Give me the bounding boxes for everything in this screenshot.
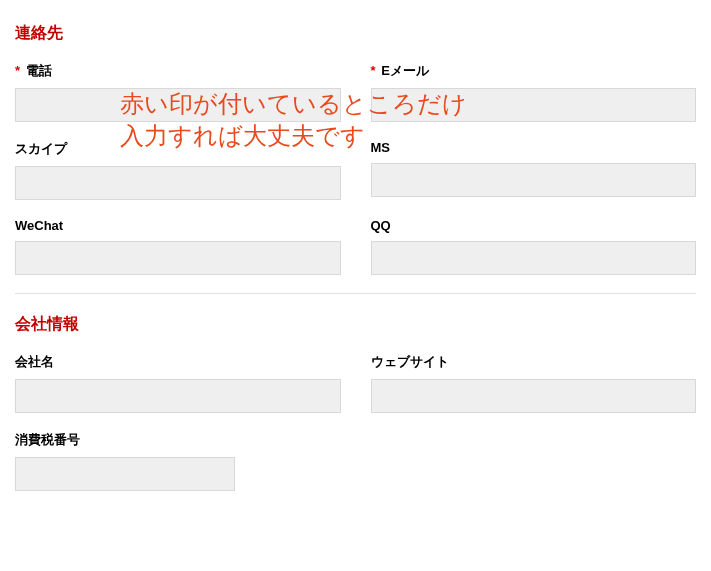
col-email: * Eメール [371,62,697,122]
company-name-input[interactable] [15,379,341,413]
email-label-text: Eメール [381,63,429,78]
row-company-website: 会社名 ウェブサイト [15,353,696,413]
required-marker-icon: * [371,63,376,78]
ms-label: MS [371,140,697,155]
company-name-label: 会社名 [15,353,341,371]
row-wechat-qq: WeChat QQ [15,218,696,275]
ms-input[interactable] [371,163,697,197]
row-tax: 消費税番号 [15,431,696,491]
section-divider [15,293,696,294]
contact-section-heading: 連絡先 [15,23,696,44]
qq-input[interactable] [371,241,697,275]
col-website: ウェブサイト [371,353,697,413]
col-company-name: 会社名 [15,353,341,413]
company-section-heading: 会社情報 [15,314,696,335]
skype-label: スカイプ [15,140,341,158]
col-qq: QQ [371,218,697,275]
qq-label: QQ [371,218,697,233]
skype-input[interactable] [15,166,341,200]
col-skype: スカイプ [15,140,341,200]
wechat-input[interactable] [15,241,341,275]
col-ms: MS [371,140,697,200]
row-phone-email: * 電話 * Eメール [15,62,696,122]
required-marker-icon: * [15,63,20,78]
website-label: ウェブサイト [371,353,697,371]
tax-number-label: 消費税番号 [15,431,235,449]
email-input[interactable] [371,88,697,122]
tax-number-input[interactable] [15,457,235,491]
col-phone: * 電話 [15,62,341,122]
phone-input[interactable] [15,88,341,122]
row-skype-ms: スカイプ MS [15,140,696,200]
email-label: * Eメール [371,62,697,80]
phone-label-text: 電話 [26,63,52,78]
website-input[interactable] [371,379,697,413]
col-tax-number: 消費税番号 [15,431,235,491]
phone-label: * 電話 [15,62,341,80]
wechat-label: WeChat [15,218,341,233]
col-wechat: WeChat [15,218,341,275]
